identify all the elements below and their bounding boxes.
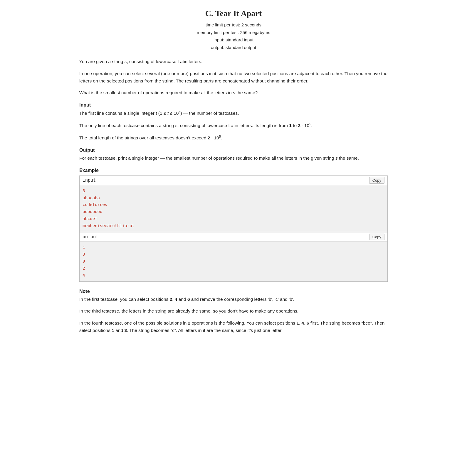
output-heading: Output [79,148,388,153]
example-section: Example input Copy 5 abacaba codeforces … [79,168,388,282]
output-line-1: 1 [83,244,384,251]
output-desc: For each testcase, print a single intege… [79,155,388,162]
note-line-2: In the third testcase, the letters in th… [79,308,388,315]
input-line1: The first line contains a single integer… [79,109,388,117]
output-line-0: 0 [83,258,384,265]
note-line-3: In the fourth testcase, one of the possi… [79,320,388,334]
input-line-abcdef: abcdef [83,215,384,222]
input-label: input [83,178,96,183]
input-line-oooooooo: oooooooo [83,208,384,215]
meta-line-3: input: standard input [79,36,388,44]
output-label-row: output Copy [79,232,388,242]
input-line-abacaba: abacaba [83,195,384,202]
output-code-block: 1 3 0 2 4 [79,242,388,282]
input-code-block: 5 abacaba codeforces oooooooo abcdef mew… [79,185,388,232]
output-line-2: 2 [83,265,384,272]
output-line-4: 4 [83,272,384,279]
meta-line-1: time limit per test: 2 seconds [79,21,388,29]
input-line2: The only line of each testcase contains … [79,122,388,129]
operation-paragraph: In one operation, you can select several… [79,70,388,85]
copy-output-button[interactable]: Copy [369,234,384,240]
example-heading: Example [79,168,388,173]
copy-input-button[interactable]: Copy [369,177,384,184]
note-section: Note In the first testcase, you can sele… [79,289,388,334]
input-line3: The total length of the strings over all… [79,134,388,142]
output-line-3: 3 [83,251,384,258]
meta-line-4: output: standard output [79,44,388,51]
input-line-mewhen: mewheniseearulhiiarul [83,222,384,229]
input-line-codeforces: codeforces [83,201,384,208]
intro-paragraph: You are given a string s, consisting of … [79,58,388,65]
question-paragraph: What is the smallest number of operation… [79,89,388,97]
input-heading: Input [79,102,388,108]
input-label-row: input Copy [79,175,388,185]
meta-info: time limit per test: 2 seconds memory li… [79,21,388,51]
page-title: C. Tear It Apart [79,9,388,18]
note-heading: Note [79,289,388,294]
meta-line-2: memory limit per test: 256 megabytes [79,29,388,36]
output-label: output [83,234,98,239]
note-line-1: In the first testcase, you can select po… [79,296,388,303]
input-line-5: 5 [83,188,384,195]
